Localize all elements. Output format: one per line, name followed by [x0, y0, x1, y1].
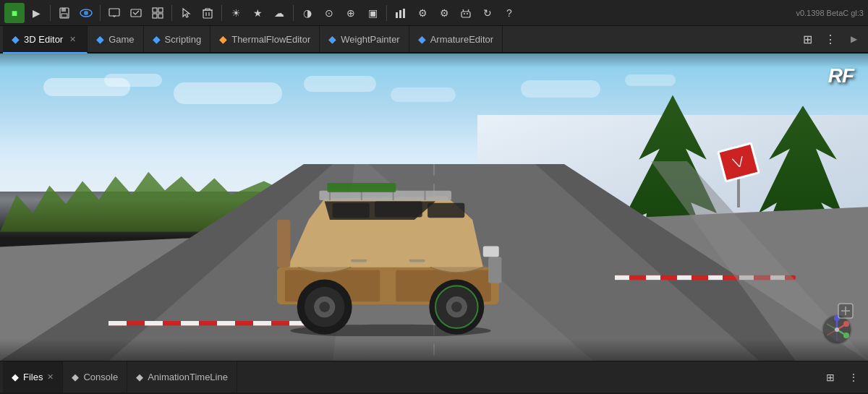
animation-label: AnimationTimeLine	[148, 372, 228, 382]
svg-point-86	[835, 327, 839, 332]
tab-weight[interactable]: ◆ WeightPainter	[320, 26, 409, 52]
svg-rect-41	[615, 275, 629, 280]
display-button[interactable]: ▣	[362, 3, 383, 23]
tab-bar: ◆ 3D Editor ✕ ◆ Game ◆ Scripting ◆ Therm…	[0, 26, 868, 53]
settings2-button[interactable]: ⚙	[434, 3, 454, 23]
bottom-menu-button[interactable]: ⋮	[843, 367, 864, 387]
tab-3d-icon: ◆	[12, 33, 20, 45]
svg-rect-42	[646, 275, 660, 280]
tab-actions: ⊞ ⋮ ▶	[797, 26, 868, 52]
toolbar-sep-5	[293, 5, 294, 21]
tab-weight-label: WeightPainter	[341, 34, 399, 45]
svg-rect-61	[327, 183, 396, 192]
tab-thermal[interactable]: ◆ ThermalFlowEditor	[210, 26, 320, 52]
svg-rect-64	[277, 220, 290, 267]
sync-button[interactable]: ↻	[477, 3, 498, 23]
toolbar-sep-3	[171, 5, 172, 21]
tab-armature[interactable]: ◆ ArmatureEditor	[409, 26, 503, 52]
sun-button[interactable]: ☀	[226, 3, 246, 23]
bottom-expand-button[interactable]: ⊞	[820, 367, 841, 387]
tab-3d-editor[interactable]: ◆ 3D Editor ✕	[3, 26, 88, 53]
tab-menu-button[interactable]: ⋮	[820, 29, 841, 49]
svg-rect-9	[153, 8, 157, 12]
svg-point-4	[84, 11, 88, 15]
svg-point-78	[843, 321, 849, 327]
bottom-tab-console[interactable]: ◆ Console	[63, 361, 127, 393]
svg-point-73	[319, 302, 330, 313]
svg-rect-13	[203, 10, 212, 18]
tab-thermal-label: ThermalFlowEditor	[231, 34, 310, 45]
play-button[interactable]: ▶	[26, 3, 46, 23]
tab-scripting-label: Scripting	[165, 34, 202, 45]
tab-3d-close[interactable]: ✕	[67, 34, 78, 45]
svg-rect-17	[396, 12, 398, 18]
svg-rect-75	[409, 260, 425, 262]
tab-scripting[interactable]: ◆ Scripting	[144, 26, 211, 52]
animation-icon: ◆	[136, 372, 143, 382]
bottom-actions: ⊞ ⋮	[820, 361, 868, 393]
help-button[interactable]: ?	[499, 3, 519, 23]
toolbar-sep-6	[386, 5, 387, 21]
console-label: Console	[83, 372, 118, 382]
svg-rect-2	[61, 14, 67, 17]
svg-rect-43	[677, 275, 692, 280]
svg-point-22	[467, 13, 468, 14]
tab-add-button[interactable]: ⊞	[797, 29, 817, 49]
location-button[interactable]: ⊕	[341, 3, 361, 23]
tab-game-icon: ◆	[96, 33, 104, 45]
svg-rect-63	[483, 247, 499, 257]
svg-rect-62	[488, 257, 501, 283]
tab-armature-label: ArmatureEditor	[430, 34, 493, 45]
car-svg	[191, 167, 590, 336]
zoom-icon[interactable]	[838, 303, 854, 321]
road-sign: ╲╱	[720, 146, 764, 204]
rf-watermark: RF	[828, 64, 854, 87]
svg-rect-44	[708, 275, 723, 280]
svg-rect-28	[109, 321, 127, 325]
tab-game[interactable]: ◆ Game	[88, 26, 143, 52]
render-button[interactable]	[76, 3, 96, 23]
svg-rect-8	[131, 9, 141, 17]
files-close[interactable]: ✕	[47, 372, 54, 382]
android-button[interactable]	[456, 3, 476, 23]
grid-button[interactable]	[148, 3, 168, 23]
screen-button[interactable]	[126, 3, 146, 23]
svg-rect-29	[145, 321, 163, 325]
svg-rect-74	[351, 260, 367, 262]
console-icon: ◆	[72, 372, 79, 382]
svg-rect-18	[399, 10, 401, 18]
svg-rect-54	[375, 202, 422, 218]
cloud-button[interactable]: ☁	[269, 3, 289, 23]
svg-rect-1	[61, 8, 66, 12]
toolbar-sep-1	[50, 5, 51, 21]
chart-button[interactable]	[391, 3, 411, 23]
select-button[interactable]	[176, 3, 196, 23]
svg-point-68	[451, 302, 462, 313]
brightness-button[interactable]: ◑	[297, 3, 318, 23]
monitor-button[interactable]	[104, 3, 124, 23]
svg-rect-5	[109, 9, 119, 16]
save-button[interactable]	[54, 3, 75, 23]
svg-point-21	[464, 13, 465, 14]
star-button[interactable]: ★	[247, 3, 268, 23]
top-toolbar: ■ ▶ ☀ ★ ☁ ◑ ⊙ ⊕ ▣ ⚙ ⚙	[0, 0, 868, 26]
toolbar-sep-2	[100, 5, 101, 21]
tab-thermal-icon: ◆	[219, 33, 227, 45]
delete-button[interactable]	[197, 3, 218, 23]
tab-arrow-button[interactable]: ▶	[843, 29, 864, 49]
bottom-tab-animation[interactable]: ◆ AnimationTimeLine	[127, 361, 237, 393]
stop-button[interactable]: ■	[4, 3, 25, 23]
svg-point-81	[843, 333, 849, 338]
bottom-tab-files[interactable]: ◆ Files ✕	[3, 361, 63, 393]
settings-button[interactable]: ⚙	[412, 3, 433, 23]
bottom-panel: ◆ Files ✕ ◆ Console ◆ AnimationTimeLine …	[0, 361, 868, 393]
files-label: Files	[23, 372, 43, 382]
svg-rect-10	[158, 8, 163, 12]
version-label: v0.1398 BetaC gl:3	[796, 9, 864, 17]
svg-rect-11	[153, 14, 157, 18]
tab-game-label: Game	[109, 34, 134, 45]
svg-rect-19	[403, 9, 405, 18]
svg-rect-12	[158, 14, 163, 18]
viewport[interactable]: ╲╱ RF	[0, 53, 868, 361]
settings-circle-button[interactable]: ⊙	[319, 3, 339, 23]
